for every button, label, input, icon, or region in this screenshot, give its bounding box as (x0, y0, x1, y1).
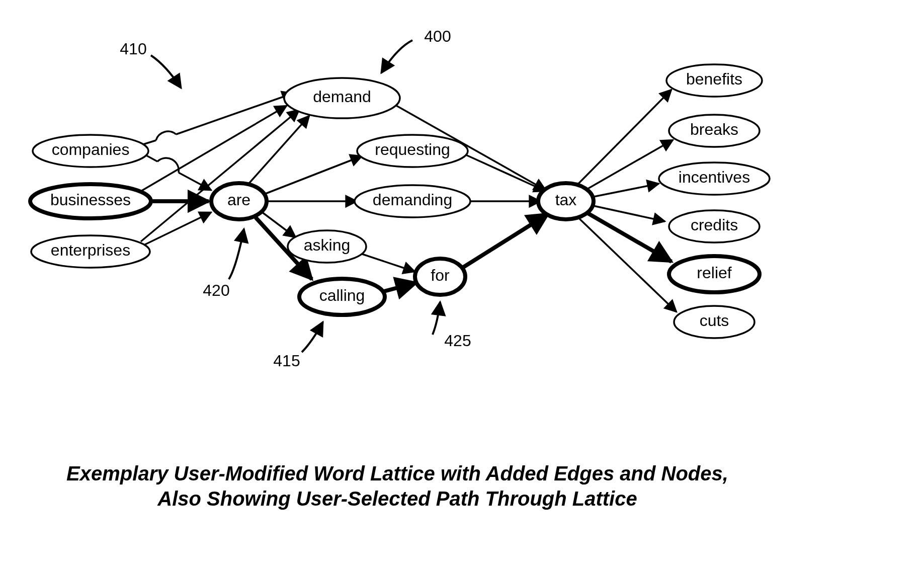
node-breaks: breaks (669, 115, 760, 147)
node-asking: asking (288, 230, 366, 263)
node-label-credits: credits (691, 216, 738, 234)
word-lattice-diagram: companies businesses enterprises are dem… (0, 0, 924, 565)
annotation-400: 400 (381, 27, 451, 73)
node-label-benefits: benefits (686, 70, 742, 88)
annotation-label-410: 410 (120, 40, 146, 58)
node-label-asking: asking (304, 236, 351, 254)
annotation-425: 425 (433, 302, 471, 350)
node-label-companies: companies (52, 140, 130, 158)
node-incentives: incentives (659, 163, 770, 195)
edge-calling-for (382, 283, 416, 292)
edge-asking-for (362, 254, 415, 272)
edge-businesses-demand (141, 106, 287, 191)
annotation-415: 415 (273, 322, 323, 370)
node-are: are (211, 183, 267, 219)
node-cuts: cuts (674, 306, 754, 338)
edge-tax-cuts (577, 216, 677, 312)
edge-for-tax (462, 214, 548, 268)
node-calling: calling (299, 279, 385, 315)
node-label-calling: calling (319, 286, 365, 304)
edge-are-asking (262, 212, 296, 237)
edge-tax-incentives (591, 184, 659, 197)
edge-companies-demand (140, 93, 294, 145)
node-label-relief: relief (697, 264, 731, 282)
edge-enterprises-are (141, 212, 211, 247)
annotation-label-415: 415 (273, 352, 300, 370)
node-label-requesting: requesting (375, 140, 450, 158)
node-relief: relief (669, 256, 760, 292)
node-label-businesses: businesses (50, 191, 131, 209)
node-label-incentives: incentives (679, 168, 750, 186)
node-label-tax: tax (555, 191, 577, 209)
node-label-are: are (227, 191, 250, 209)
node-label-breaks: breaks (690, 120, 738, 138)
annotation-420: 420 (203, 229, 244, 299)
node-enterprises: enterprises (31, 235, 150, 268)
caption-line-1: Exemplary User-Modified Word Lattice wit… (66, 462, 728, 485)
edge-tax-credits (591, 205, 665, 221)
node-label-for: for (431, 266, 450, 284)
edge-tax-benefits (576, 90, 671, 186)
node-businesses: businesses (30, 184, 151, 218)
node-demanding: demanding (355, 185, 470, 217)
annotation-label-400: 400 (424, 27, 451, 45)
node-label-demand: demand (313, 88, 371, 106)
node-label-demanding: demanding (373, 191, 452, 209)
node-requesting: requesting (357, 135, 468, 167)
edge-requesting-tax (463, 153, 546, 191)
node-benefits: benefits (666, 64, 762, 97)
annotation-label-425: 425 (444, 332, 471, 350)
annotation-label-420: 420 (203, 281, 229, 299)
node-label-cuts: cuts (700, 311, 729, 330)
node-label-enterprises: enterprises (51, 241, 130, 259)
node-for: for (415, 259, 465, 295)
caption-line-2: Also Showing User-Selected Path Through … (157, 488, 637, 510)
edge-are-demand (246, 116, 309, 186)
node-credits: credits (669, 210, 760, 243)
node-companies: companies (33, 135, 148, 167)
node-tax: tax (538, 183, 594, 219)
node-demand: demand (284, 78, 400, 118)
edge-are-requesting (262, 156, 362, 195)
annotation-410: 410 (120, 40, 181, 88)
